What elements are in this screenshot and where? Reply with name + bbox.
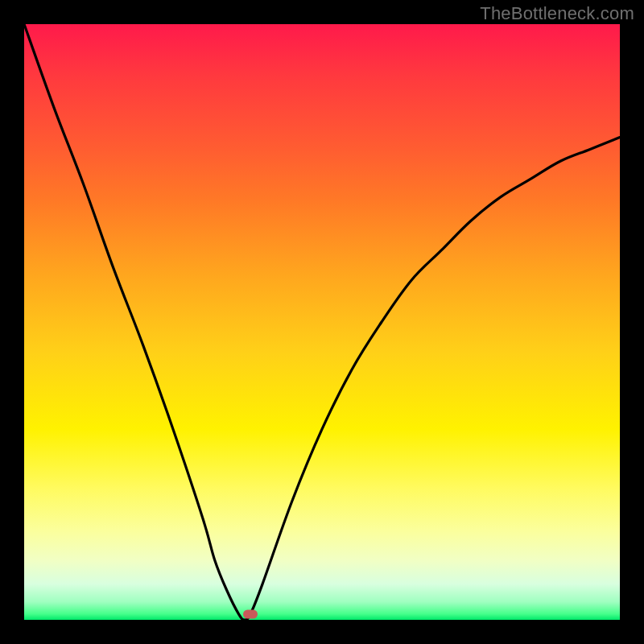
bottleneck-curve xyxy=(24,24,620,620)
curve-svg xyxy=(24,24,620,620)
optimal-point-marker xyxy=(243,609,258,618)
chart-frame: TheBottleneck.com xyxy=(0,0,644,644)
watermark-text: TheBottleneck.com xyxy=(480,3,634,24)
plot-area xyxy=(24,24,620,620)
